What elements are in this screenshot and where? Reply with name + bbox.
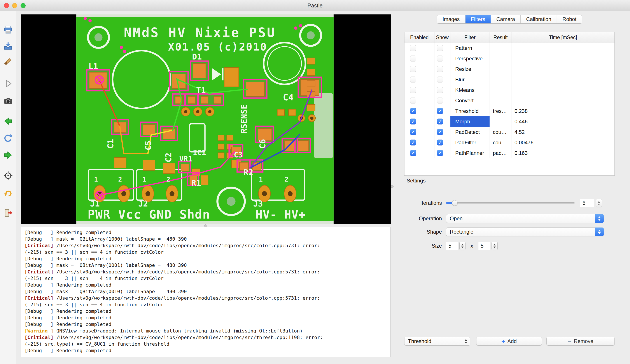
checkbox-unchecked[interactable] bbox=[410, 98, 416, 104]
clean-button[interactable] bbox=[2, 56, 14, 68]
checkbox-checked[interactable]: ✓ bbox=[410, 118, 416, 124]
checkbox-unchecked[interactable] bbox=[437, 98, 443, 104]
log-line: [Debug ] Rendering completed bbox=[24, 321, 387, 328]
checkbox-unchecked[interactable] bbox=[410, 76, 416, 82]
filter-type-value: Threshold bbox=[408, 338, 432, 344]
refresh-button[interactable] bbox=[2, 132, 14, 144]
log-line: [Critical] /Users/stv0g/workspace/rwth-d… bbox=[24, 334, 387, 341]
calibrate-button[interactable] bbox=[2, 170, 14, 182]
size-width-field[interactable]: 5 bbox=[446, 242, 458, 250]
svg-text:X01.05 (c)2010: X01.05 (c)2010 bbox=[168, 41, 267, 53]
checkbox-checked[interactable]: ✓ bbox=[410, 140, 416, 146]
log-line: [Debug ] Rendering completed bbox=[24, 308, 387, 314]
checkbox-unchecked[interactable] bbox=[437, 87, 443, 93]
run-button[interactable] bbox=[2, 78, 14, 90]
filter-row-blur[interactable]: Blur bbox=[404, 74, 614, 85]
snapshot-button[interactable] bbox=[2, 95, 14, 107]
log-line: [Debug ] mask = QBitArray(0001) labelSha… bbox=[24, 262, 387, 268]
checkbox-checked[interactable]: ✓ bbox=[437, 118, 443, 124]
iterations-field[interactable]: 5 bbox=[580, 199, 594, 207]
image-view[interactable]: NMdS HV Nixie PSUX01.05 (c)2010L1D1T1C4R… bbox=[21, 14, 391, 224]
save-button[interactable] bbox=[2, 24, 14, 36]
checkbox-checked[interactable]: ✓ bbox=[437, 129, 443, 135]
tab-images[interactable]: Images bbox=[437, 15, 465, 24]
filter-row-threshold[interactable]: ✓✓Thresholdtres…0.238 bbox=[404, 106, 614, 116]
log-line: [Debug ] Rendering completed bbox=[24, 348, 387, 354]
filter-row-convert[interactable]: Convert bbox=[404, 96, 614, 106]
operation-label: Operation bbox=[394, 214, 442, 223]
checkbox-unchecked[interactable] bbox=[410, 45, 416, 51]
tab-robot[interactable]: Robot bbox=[557, 15, 582, 24]
tab-camera[interactable]: Camera bbox=[491, 15, 520, 24]
exit-icon bbox=[3, 208, 13, 218]
right-panel: ImagesFiltersCameraCalibrationRobot Enab… bbox=[394, 12, 630, 364]
checkbox-checked[interactable]: ✓ bbox=[437, 150, 443, 156]
iterations-stepper[interactable] bbox=[596, 199, 602, 207]
slider-track[interactable] bbox=[446, 202, 575, 204]
size-height-stepper[interactable] bbox=[492, 242, 498, 250]
filter-row-kmeans[interactable]: KMeans bbox=[404, 85, 614, 96]
size-height-field[interactable]: 5 bbox=[478, 242, 490, 250]
filter-row-resize[interactable]: Resize bbox=[404, 64, 614, 74]
checkbox-unchecked[interactable] bbox=[437, 45, 443, 51]
checkbox-unchecked[interactable] bbox=[410, 87, 416, 93]
minus-icon: − bbox=[568, 338, 572, 344]
filter-row-pathplanner[interactable]: ✓✓PathPlannerpad…0.163 bbox=[404, 148, 614, 158]
operation-select[interactable]: Open bbox=[446, 214, 604, 223]
operation-value: Open bbox=[450, 216, 463, 222]
checkbox-checked[interactable]: ✓ bbox=[410, 129, 416, 135]
tab-filters[interactable]: Filters bbox=[465, 15, 491, 24]
svg-text:2: 2 bbox=[284, 176, 288, 183]
checkbox-unchecked[interactable] bbox=[437, 76, 443, 82]
shape-value: Rectangle bbox=[450, 229, 474, 235]
checkbox-checked[interactable]: ✓ bbox=[437, 140, 443, 146]
log-view[interactable]: [Debug ] Rendering completed[Debug ] mas… bbox=[21, 227, 391, 357]
svg-text:R2: R2 bbox=[244, 168, 253, 177]
col-enabled: Enabled bbox=[404, 32, 434, 43]
filter-row-perspective[interactable]: Perspective bbox=[404, 54, 614, 64]
plus-icon: + bbox=[502, 338, 505, 344]
remove-filter-button[interactable]: − Remove bbox=[546, 337, 615, 346]
size-width-stepper[interactable] bbox=[460, 242, 466, 250]
iterations-slider[interactable] bbox=[446, 198, 575, 208]
checkbox-checked[interactable]: ✓ bbox=[410, 150, 416, 156]
col-result: Result bbox=[490, 32, 511, 43]
filter-row-padfilter[interactable]: ✓✓PadFiltercou…0.00476 bbox=[404, 138, 614, 148]
svg-text:HV- HV+: HV- HV+ bbox=[256, 208, 306, 221]
filter-row-paddetect[interactable]: ✓✓PadDetectcou…4.52 bbox=[404, 127, 614, 138]
shape-select[interactable]: Rectangle bbox=[446, 228, 604, 236]
log-line: [Critical] /Users/stv0g/workspace/rwth-d… bbox=[24, 295, 387, 302]
splitter-handle-vertical[interactable] bbox=[391, 185, 394, 188]
checkbox-unchecked[interactable] bbox=[437, 66, 443, 72]
svg-text:1: 1 bbox=[94, 176, 98, 183]
tab-calibration[interactable]: Calibration bbox=[520, 15, 557, 24]
filter-row-pattern[interactable]: Pattern bbox=[404, 43, 614, 54]
open-button[interactable] bbox=[2, 40, 14, 52]
undo-button[interactable] bbox=[2, 186, 14, 198]
svg-text:L1: L1 bbox=[88, 62, 98, 71]
slider-thumb[interactable] bbox=[452, 200, 458, 206]
log-line: [Debug ] mask = QBitArray(1000) labelSha… bbox=[24, 236, 387, 242]
filter-row-morph[interactable]: ✓✓Morph0.446 bbox=[404, 116, 614, 127]
pcb-svg: NMdS HV Nixie PSUX01.05 (c)2010L1D1T1C4R… bbox=[76, 14, 334, 224]
checkbox-checked[interactable]: ✓ bbox=[410, 108, 416, 114]
checkbox-unchecked[interactable] bbox=[410, 56, 416, 62]
checkbox-unchecked[interactable] bbox=[437, 56, 443, 62]
checkbox-unchecked[interactable] bbox=[410, 66, 416, 72]
checkbox-checked[interactable]: ✓ bbox=[437, 108, 443, 114]
arrow-right-icon bbox=[3, 150, 13, 160]
col-show: Show bbox=[434, 32, 450, 43]
chevron-updown-icon bbox=[595, 214, 604, 223]
log-line: (-215) scn == 3 || scn == 4 in function … bbox=[24, 249, 387, 256]
svg-text:PWR Vcc GND Shdn: PWR Vcc GND Shdn bbox=[88, 208, 210, 222]
log-line: (-215) src.type() == CV_8UC1 in function… bbox=[24, 341, 387, 348]
play-icon bbox=[3, 78, 13, 88]
svg-text:J2: J2 bbox=[138, 199, 148, 208]
previous-button[interactable] bbox=[2, 115, 14, 127]
next-button[interactable] bbox=[2, 149, 14, 161]
add-filter-button[interactable]: + Add bbox=[476, 337, 542, 346]
svg-text:C5: C5 bbox=[144, 141, 153, 150]
remove-button-label: Remove bbox=[574, 338, 593, 344]
filter-type-select[interactable]: Threshold bbox=[404, 337, 470, 346]
quit-button[interactable] bbox=[2, 207, 14, 219]
